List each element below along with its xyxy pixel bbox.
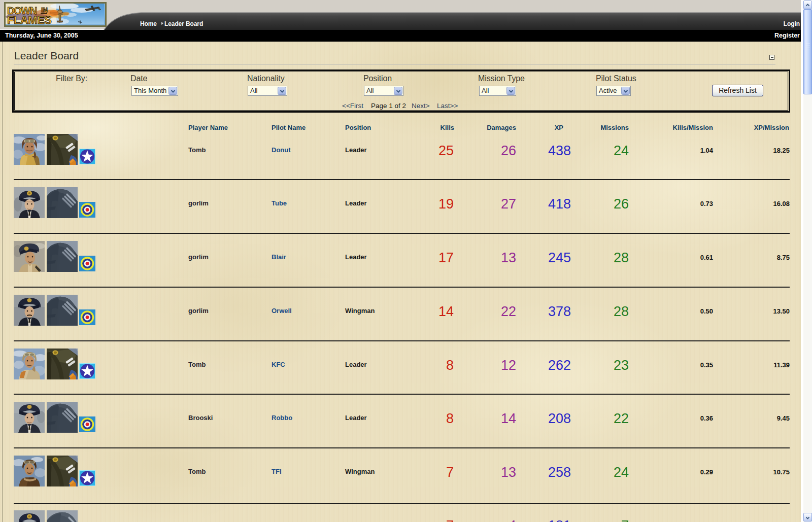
svg-text:FLAMES: FLAMES xyxy=(7,14,52,24)
svg-text:IN: IN xyxy=(41,6,48,14)
